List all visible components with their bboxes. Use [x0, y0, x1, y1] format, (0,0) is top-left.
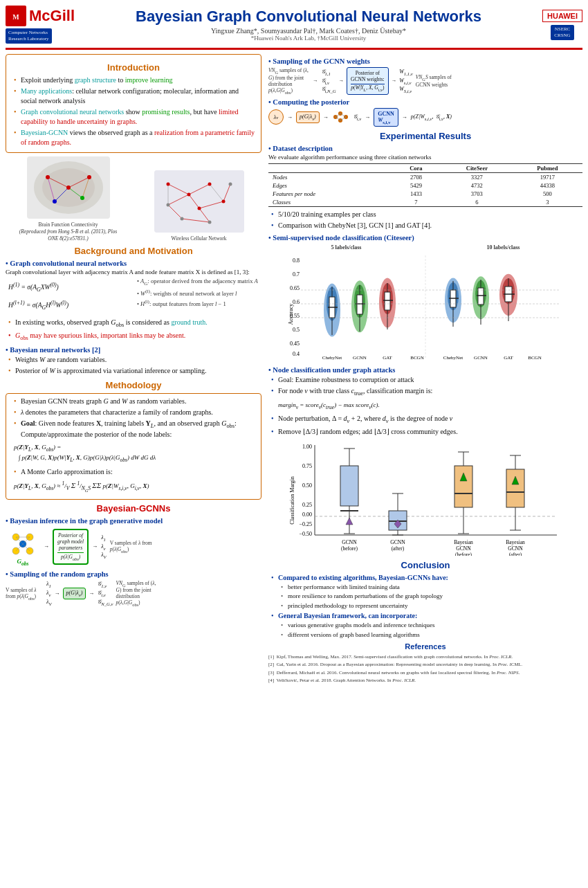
cell-nodes-citeseer: 3327 [441, 173, 513, 182]
arrow-3: → [55, 590, 60, 597]
arrow-p-4: → [402, 114, 407, 120]
network-icon-p [332, 110, 349, 124]
svg-text:−0.50: −0.50 [299, 531, 312, 537]
computing-posterior-title: Computing the posterior [268, 98, 582, 106]
methodology-title: Methodology [6, 380, 261, 390]
conclusion-principled: principled methodology to represent unce… [278, 601, 582, 610]
training-notes: 5/10/20 training examples per class Comp… [268, 210, 582, 230]
lambda-circle: λv [268, 109, 284, 125]
bayes-inference-section: Bayesian inference in the graph generati… [6, 517, 261, 567]
svg-text:GCNN: GCNN [390, 539, 405, 545]
svg-rect-87 [478, 288, 484, 305]
arrow-1: → [44, 543, 49, 550]
gobs-label: Gobs [17, 558, 29, 567]
svg-rect-118 [340, 466, 358, 506]
cell-edges-cora: 5429 [391, 181, 441, 190]
svg-text:(before): (before) [341, 545, 358, 552]
arrow-4: → [89, 590, 94, 597]
col-header-pubmed: Pubmed [513, 164, 582, 173]
arrow-gcnn-1: → [313, 78, 318, 84]
mc-1: A Monte Carlo approximation is: [14, 467, 256, 477]
svg-rect-139 [506, 469, 524, 507]
svg-text:0.7: 0.7 [293, 271, 300, 278]
sampling-graphs-section: Sampling of the random graphs V samples … [6, 570, 261, 607]
ref-4: [4] Veličković, Petar et al. 2018. Graph… [268, 677, 582, 685]
attack-3: Node perturbation, Δ = dv + 2, where dv … [271, 414, 582, 426]
table-row-nodes: Nodes 2708 3327 19717 [268, 173, 582, 182]
col-header-cora: Cora [391, 164, 441, 173]
method-1: Bayesian GCNN treats graph G and W as ra… [14, 397, 256, 406]
svg-text:0.4: 0.4 [293, 351, 300, 357]
arrow-gcnn-2: → [339, 78, 344, 84]
violin-right-title: 10 labels/class [487, 244, 520, 251]
svg-point-27 [166, 182, 169, 185]
arrow-p-2: → [323, 114, 329, 120]
svg-text:(after): (after) [509, 552, 522, 556]
svg-text:ChebyNet: ChebyNet [443, 355, 463, 361]
svg-text:−0.25: −0.25 [299, 521, 312, 527]
conclusion-b1-title: Compared to existing algorithms, Bayesia… [271, 573, 582, 610]
gobs-node: Gobs [6, 527, 40, 567]
formula-note-1: • AG: operator derived from the adjacenc… [137, 278, 261, 287]
svg-text:Bayesian: Bayesian [506, 539, 525, 545]
svg-text:(after): (after) [392, 545, 405, 552]
attack-1: Goal: Examine robustness to corruption o… [271, 375, 582, 385]
mcgill-logo: M McGill [6, 6, 75, 26]
ref-2: [2] Gal, Yarin et al. 2016. Dropout as a… [268, 661, 582, 669]
p-g-lambda: p(G|λv) [296, 111, 320, 123]
sampling-graphs-title: Sampling of the random graphs [6, 570, 261, 578]
formula-right: • AG: operator derived from the adjacenc… [137, 278, 261, 316]
vng-s-label: VNGS samples of GCNN weights [416, 74, 454, 88]
conclusion-versions: different versions of graph based learni… [278, 631, 582, 640]
conclusion-resilience: more resilience to random perturbations … [278, 592, 582, 601]
final-prob: p(Z|Ws,i,v, 𝒢i,v, X) [411, 114, 452, 121]
svg-point-13 [80, 196, 84, 200]
violin-left-title: 5 labels/class [331, 244, 362, 251]
attack-2: For node v with true class ctrue, classi… [271, 386, 582, 398]
bnn-1: Weights W are random variables. [8, 355, 261, 365]
w-list: W1,1,v Ws,i,v WS,i,v [399, 69, 413, 93]
svg-rect-132 [454, 466, 472, 507]
gcnn-sampling-diagram: VNG samples of (λ, G) from the joint dis… [268, 67, 582, 95]
svg-text:0.65: 0.65 [290, 285, 300, 291]
svg-text:BCGN: BCGN [410, 355, 423, 361]
brain-network-svg [27, 156, 110, 219]
svg-point-34 [180, 217, 183, 220]
svg-text:Classification Margin: Classification Margin [289, 476, 295, 524]
attack-4: Remove ⌊Δ/3⌋ random edges; add ⌊Δ/3⌋ cro… [271, 427, 582, 437]
method-3: Goal: Given node features X, training la… [14, 419, 256, 440]
header-right: HUAWEI NSERC CRSNG [542, 10, 582, 40]
row-edges: Edges [268, 181, 391, 190]
arrow-p-3: → [365, 114, 370, 120]
row-nodes: Nodes [268, 173, 391, 182]
bayes-inference-diagram: Gobs → Posterior of graph model paramete… [6, 527, 261, 567]
gobs-svg [6, 527, 40, 558]
row-classes: Classes [268, 198, 391, 207]
violin-chart-svg: 0.8 0.7 0.65 0.6 0.55 0.5 0.45 0.4 Accur… [268, 252, 582, 363]
svg-text:GCNN: GCNN [474, 355, 488, 361]
conclusion-title: Conclusion [268, 560, 582, 570]
svg-text:GCNN: GCNN [342, 539, 357, 545]
formula-note-2: • W(l): weights of neural network at lay… [137, 289, 261, 297]
gcnn-subtitle: Graph convolutional neural networks [6, 260, 261, 267]
header-center: Bayesian Graph Convolutional Neural Netw… [75, 8, 542, 42]
intro-bullets: Exploit underlying graph structure to im… [11, 75, 256, 147]
posterior-computation-diagram: λv → p(G|λv) → 𝒢i,v [268, 108, 582, 127]
g-samples-list: 𝒢1,1 𝒢i,v 𝒢i,N_G [321, 69, 336, 93]
gcnn-block: GCNNWs,i,v [374, 108, 398, 127]
table-row-classes: Classes 7 6 3 [268, 198, 582, 207]
table-row-edges: Edges 5429 4732 44338 [268, 181, 582, 190]
formula-note-3: • H(l): output features from layer l − 1 [137, 299, 261, 307]
svg-text:(before): (before) [455, 552, 472, 556]
vng-label: VNG samples of (λ, G) from the joint dis… [116, 580, 161, 607]
cell-classes-citeseer: 6 [441, 198, 513, 207]
svg-text:GAT: GAT [504, 355, 513, 361]
svg-point-29 [208, 182, 211, 185]
wireless-network-svg [154, 170, 244, 233]
sampling-gcnn-title: Sampling of the GCNN weights [268, 57, 582, 65]
violin-section: 5 labels/class 10 labels/class 0.8 0.7 0… [268, 244, 582, 363]
huawei-logo: HUAWEI [542, 10, 582, 22]
arrow-p-1: → [287, 114, 293, 120]
svg-text:GCNN: GCNN [456, 545, 471, 552]
mcgill-shield-icon: M [6, 6, 26, 26]
